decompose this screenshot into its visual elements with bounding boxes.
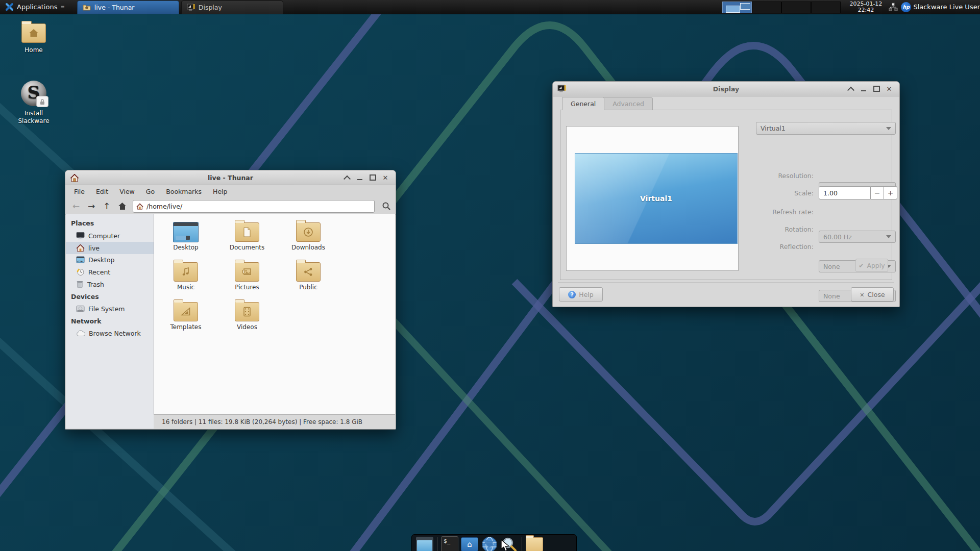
close-button[interactable] [381, 173, 389, 182]
taskbar-button-label: live - Thunar [94, 4, 135, 11]
file-item-downloads[interactable]: Downloads [282, 220, 335, 251]
workspace-2[interactable] [752, 2, 781, 13]
forward-button[interactable]: → [84, 199, 99, 213]
refresh-rate-label: Refresh rate: [757, 208, 814, 216]
top-panel: Applications ≡ live - Thunar Display [0, 0, 980, 14]
menu-file[interactable]: File [68, 186, 90, 197]
path-home-icon [136, 203, 143, 210]
cloud-icon [76, 330, 85, 337]
up-button[interactable]: ↑ [99, 199, 114, 213]
refresh-rate-dropdown[interactable]: 60.00 Hz [819, 231, 896, 243]
video-emblem-icon [243, 307, 251, 317]
pager-window-thumb [726, 6, 740, 13]
sidebar-item-browse-network[interactable]: Browse Network [66, 328, 154, 339]
music-folder-icon [174, 262, 198, 282]
picture-emblem-icon [242, 267, 252, 277]
path-text: /home/live/ [146, 203, 182, 210]
menu-edit[interactable]: Edit [90, 186, 114, 197]
menu-go[interactable]: Go [140, 186, 160, 197]
shade-button[interactable] [847, 85, 855, 93]
apply-button[interactable]: Apply [855, 259, 888, 272]
dock-folder-button[interactable] [526, 537, 543, 551]
minimize-button[interactable] [860, 85, 868, 93]
dock-show-desktop-button[interactable] [416, 537, 433, 551]
home-folder-icon [21, 23, 46, 43]
file-item-templates[interactable]: Templates [159, 299, 212, 331]
sidebar-item-live[interactable]: live [66, 242, 154, 254]
menu-bookmarks[interactable]: Bookmarks [160, 186, 207, 197]
maximize-button[interactable] [369, 173, 377, 182]
home-icon [76, 244, 85, 252]
dock-file-manager-button[interactable]: ⌂ [461, 537, 478, 551]
pictures-folder-icon [235, 262, 259, 282]
taskbar-button-thunar[interactable]: live - Thunar [77, 1, 179, 14]
menu-help[interactable]: Help [207, 186, 233, 197]
applications-menu-button[interactable]: Applications ≡ [0, 0, 70, 14]
menu-view[interactable]: View [114, 186, 140, 197]
network-status-icon[interactable] [889, 3, 898, 12]
file-item-public[interactable]: Public [282, 260, 335, 291]
dock-web-browser-button[interactable] [481, 537, 498, 551]
mouse-cursor [500, 539, 510, 551]
close-button[interactable] [885, 85, 893, 93]
chevron-down-icon [886, 235, 891, 238]
drive-icon [76, 305, 85, 313]
workspace-3[interactable] [781, 2, 811, 13]
desktop-root: Applications ≡ live - Thunar Display [0, 0, 980, 551]
monitor-thumbnail[interactable]: Virtual1 [575, 153, 738, 244]
desktop-icon [76, 256, 85, 264]
taskbar-button-display[interactable]: Display [181, 1, 283, 14]
sidebar-item-file-system[interactable]: File System [66, 303, 154, 315]
file-item-music[interactable]: Music [159, 260, 212, 291]
maximize-button[interactable] [872, 85, 880, 93]
general-tab-content: Virtual1 Virtual1 Resolution: 980x551 … [560, 110, 892, 280]
panel-clock[interactable]: 2025-01-12 22:42 [846, 1, 886, 13]
search-button[interactable] [379, 199, 394, 213]
scale-decrease-button[interactable]: − [871, 186, 884, 199]
statusbar-text: 16 folders | 11 files: 19.8 KiB (20,264 … [162, 418, 362, 425]
document-emblem-icon [243, 227, 251, 237]
file-item-documents[interactable]: Documents [220, 220, 274, 251]
folder-icon [526, 537, 543, 551]
scale-increase-button[interactable]: + [884, 186, 897, 199]
sidebar-item-recent[interactable]: Recent [66, 266, 154, 278]
close-x-icon [860, 291, 864, 298]
workspace-1[interactable] [722, 2, 752, 13]
desktop-icon-home[interactable]: Home [10, 23, 57, 54]
thunar-window: live - Thunar File Edit View Go Bookmark… [65, 170, 396, 430]
workspace-4[interactable] [811, 2, 841, 13]
dock-terminal-button[interactable]: $_ [441, 537, 458, 551]
help-button[interactable]: ? Help [559, 287, 603, 302]
sidebar-item-trash[interactable]: Trash [66, 278, 154, 290]
dialog-separator [558, 282, 894, 283]
path-bar[interactable]: /home/live/ [133, 200, 375, 213]
file-item-pictures[interactable]: Pictures [220, 260, 274, 291]
minimize-button[interactable] [356, 173, 364, 182]
desktop-icon-install-slackware[interactable]: S Install Slackware [10, 81, 57, 125]
back-button[interactable]: ← [68, 199, 84, 213]
help-icon: ? [568, 291, 576, 298]
sidebar-item-computer[interactable]: Computer [66, 230, 154, 242]
file-item-desktop[interactable]: Desktop [159, 220, 212, 251]
display-titlebar[interactable]: Display [553, 82, 899, 96]
display-tabs: General Advanced [562, 97, 653, 110]
scale-label: Scale: [757, 189, 814, 197]
tab-general[interactable]: General [562, 97, 604, 110]
file-item-videos[interactable]: Videos [220, 299, 274, 331]
device-select-dropdown[interactable]: Virtual1 [756, 122, 896, 135]
sidebar-header-places: Places [66, 217, 154, 230]
tab-advanced[interactable]: Advanced [604, 97, 653, 110]
web-browser-globe-icon [481, 536, 498, 551]
sidebar-item-desktop[interactable]: Desktop [66, 254, 154, 266]
thunar-file-pane[interactable]: Desktop Documents [154, 214, 395, 429]
close-dialog-button[interactable]: Close [851, 287, 894, 302]
thunar-statusbar: 16 folders | 11 files: 19.8 KiB (20,264 … [154, 414, 395, 429]
share-emblem-icon [304, 267, 313, 277]
home-glyph-icon [28, 28, 39, 38]
home-button[interactable] [114, 199, 130, 213]
taskbar-button-label: Display [199, 4, 222, 11]
scale-value-field[interactable]: 1.00 [819, 186, 871, 199]
trash-icon [76, 280, 84, 288]
shade-button[interactable] [343, 173, 351, 182]
thunar-titlebar[interactable]: live - Thunar [65, 170, 396, 185]
